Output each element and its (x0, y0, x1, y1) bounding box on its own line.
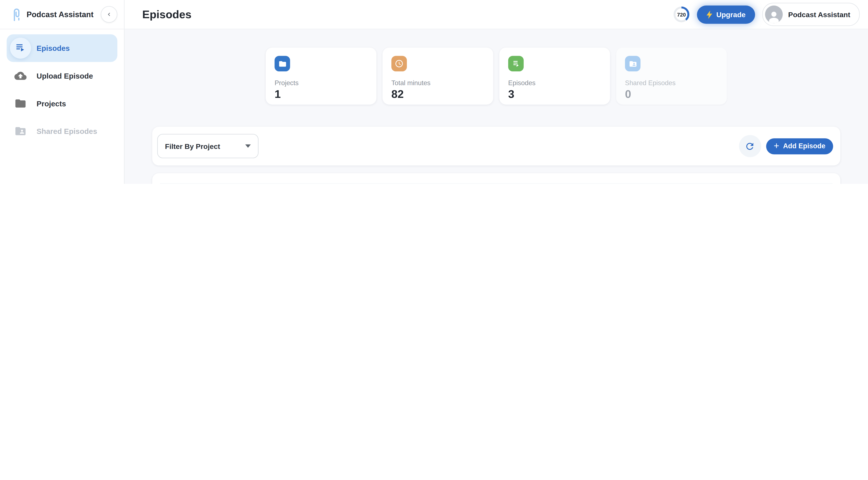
stat-value: 3 (508, 89, 601, 100)
page-title: Episodes (142, 8, 191, 21)
playlist-play-icon (10, 38, 31, 59)
stat-label: Total minutes (392, 79, 485, 87)
stat-card-shared-episodes: Shared Episodes 0 (616, 47, 727, 105)
refresh-button[interactable] (739, 135, 761, 157)
account-chip[interactable]: Podcast Assistant (762, 3, 860, 26)
episodes-table-card: Episode Project Upload Date Type Duratio… (152, 173, 840, 184)
app-logo-icon (13, 8, 21, 21)
cloud-upload-icon (10, 65, 31, 86)
dropdown-label: Filter By Project (165, 142, 220, 150)
app-window: Podcast Assistant Episodes Upload Episod… (0, 0, 868, 184)
sidebar-item-label: Upload Episode (36, 72, 93, 80)
sidebar-item-episodes[interactable]: Episodes (6, 34, 117, 62)
stat-label: Shared Episodes (625, 79, 718, 87)
topbar: Episodes 720 Upgrade (125, 0, 868, 29)
sidebar-item-label: Shared Episodes (36, 127, 97, 135)
stat-label: Episodes (508, 79, 601, 87)
filter-panel: Filter By Project + Add Episode (152, 127, 840, 165)
add-episode-label: Add Episode (783, 142, 826, 150)
sidebar-collapse-button[interactable] (101, 6, 117, 23)
stat-card-episodes: Episodes 3 (499, 47, 610, 105)
lightning-bolt-icon (706, 10, 712, 19)
sidebar-item-label: Projects (36, 99, 66, 107)
folder-shared-icon (625, 56, 641, 71)
stat-value: 0 (625, 89, 718, 100)
sidebar-item-upload-episode[interactable]: Upload Episode (6, 62, 117, 90)
folder-shared-icon (10, 121, 31, 141)
playlist-play-icon (508, 56, 524, 71)
stat-card-projects: Projects 1 (266, 47, 376, 105)
person-icon (767, 10, 781, 23)
account-label: Podcast Assistant (788, 10, 850, 19)
topbar-actions: 720 Upgrade Podcast Assistant (673, 3, 860, 26)
sidebar-item-projects[interactable]: Projects (6, 90, 117, 117)
sidebar: Podcast Assistant Episodes Upload Episod… (0, 0, 125, 184)
credits-ring[interactable]: 720 (673, 6, 690, 23)
stat-value: 82 (392, 89, 485, 100)
chevron-down-icon (245, 145, 251, 148)
sidebar-item-label: Episodes (36, 44, 70, 52)
upgrade-label: Upgrade (716, 10, 745, 19)
stat-label: Projects (275, 79, 368, 87)
avatar (765, 5, 783, 23)
stat-value: 1 (275, 89, 368, 100)
refresh-icon (745, 141, 755, 152)
table-header-row: Episode Project Upload Date Type Duratio… (160, 183, 833, 184)
stats-row: Projects 1 Total minutes 82 Episodes 3 (266, 47, 727, 105)
stat-card-total-minutes: Total minutes 82 (382, 47, 493, 105)
chevron-left-icon (106, 11, 112, 18)
clock-icon (392, 56, 407, 71)
upgrade-button[interactable]: Upgrade (697, 5, 755, 24)
add-episode-button[interactable]: + Add Episode (766, 138, 833, 154)
app-title: Podcast Assistant (27, 10, 101, 19)
sidebar-item-shared-episodes[interactable]: Shared Episodes (6, 117, 117, 145)
plus-icon: + (774, 141, 779, 150)
sidebar-header: Podcast Assistant (0, 0, 124, 29)
sidebar-nav: Episodes Upload Episode Projects Shared … (0, 29, 124, 150)
folder-icon (10, 93, 31, 114)
filter-by-project-dropdown[interactable]: Filter By Project (157, 134, 258, 158)
main-content: Projects 1 Total minutes 82 Episodes 3 (125, 29, 868, 184)
folder-icon (275, 56, 290, 71)
credits-value: 720 (677, 11, 686, 18)
